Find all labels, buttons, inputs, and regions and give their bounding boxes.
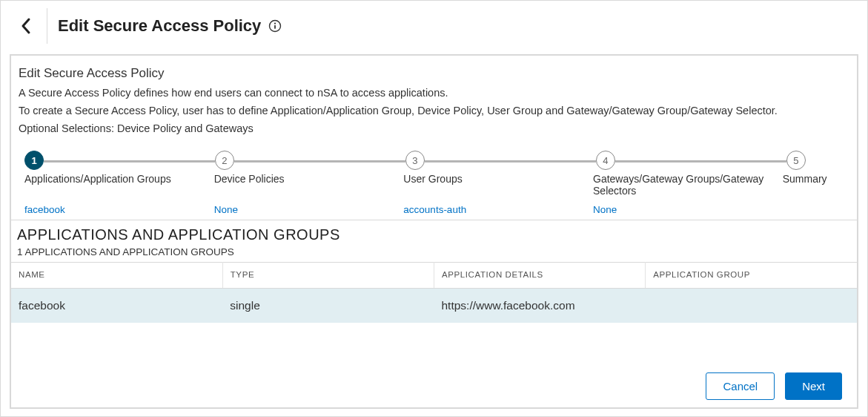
svg-point-1 [274, 23, 276, 24]
step-label-5: Summary [783, 173, 844, 197]
cell-name: facebook [11, 289, 222, 324]
intro-line2: To create a Secure Access Policy, user h… [19, 103, 849, 119]
step-circle-4: 4 [596, 151, 615, 170]
step-connector [234, 160, 405, 162]
step-label-4: Gateways/Gateway Groups/Gateway Selector… [593, 173, 783, 197]
step-circle-2: 2 [215, 151, 234, 170]
step-3[interactable]: 3 [405, 151, 596, 170]
col-header-name[interactable]: NAME [11, 263, 222, 289]
cell-group [646, 289, 857, 324]
step-circle-3: 3 [405, 151, 425, 170]
step-label-3: User Groups [403, 173, 593, 197]
table-header-row: NAMETYPEAPPLICATION DETAILSAPPLICATION G… [11, 263, 857, 289]
col-header-application-group[interactable]: APPLICATION GROUP [646, 263, 857, 289]
cell-details: https://www.facebook.com [434, 289, 646, 324]
step-connector [44, 160, 215, 162]
next-button[interactable]: Next [785, 372, 842, 400]
step-value-2[interactable]: None [214, 204, 404, 215]
section-title: APPLICATIONS AND APPLICATION GROUPS [17, 226, 857, 243]
section-divider [11, 220, 857, 220]
step-value-1[interactable]: facebook [24, 204, 214, 215]
step-value-5[interactable] [783, 204, 844, 215]
step-value-3[interactable]: accounts-auth [403, 204, 593, 215]
table-row[interactable]: facebooksinglehttps://www.facebook.com [11, 289, 857, 324]
app-table: NAMETYPEAPPLICATION DETAILSAPPLICATION G… [11, 262, 857, 323]
page-title: Edit Secure Access Policy [58, 16, 282, 36]
chevron-left-icon [20, 17, 32, 35]
step-label-1: Applications/Application Groups [24, 173, 214, 197]
intro-line1: A Secure Access Policy defines how end u… [19, 85, 849, 101]
info-icon[interactable] [268, 19, 282, 33]
step-5[interactable]: 5 [786, 151, 844, 170]
col-header-application-details[interactable]: APPLICATION DETAILS [434, 263, 646, 289]
header: Edit Secure Access Policy [1, 1, 867, 54]
header-divider [47, 8, 47, 44]
footer-buttons: Cancel Next [706, 372, 842, 400]
step-connector [615, 160, 786, 162]
step-connector [425, 160, 596, 162]
intro-line3: Optional Selections: Device Policy and G… [19, 121, 849, 137]
step-value-4[interactable]: None [593, 204, 783, 215]
step-2[interactable]: 2 [215, 151, 405, 170]
svg-rect-2 [274, 25, 276, 29]
section-subtitle: 1 APPLICATIONS AND APPLICATION GROUPS [17, 246, 857, 257]
page-title-text: Edit Secure Access Policy [58, 16, 261, 36]
step-1[interactable]: 1 [24, 151, 215, 170]
back-button[interactable] [16, 11, 36, 41]
intro-heading: Edit Secure Access Policy [19, 66, 849, 81]
intro-block: Edit Secure Access Policy A Secure Acces… [11, 56, 857, 145]
step-4[interactable]: 4 [596, 151, 786, 170]
col-header-type[interactable]: TYPE [222, 263, 434, 289]
stepper: 12345 Applications/Application GroupsDev… [24, 151, 844, 215]
step-circle-1: 1 [24, 151, 44, 170]
cancel-button[interactable]: Cancel [706, 372, 775, 400]
step-circle-5: 5 [786, 151, 806, 170]
content-panel: Edit Secure Access Policy A Secure Acces… [10, 54, 858, 409]
step-label-2: Device Policies [214, 173, 404, 197]
cell-type: single [222, 289, 434, 324]
